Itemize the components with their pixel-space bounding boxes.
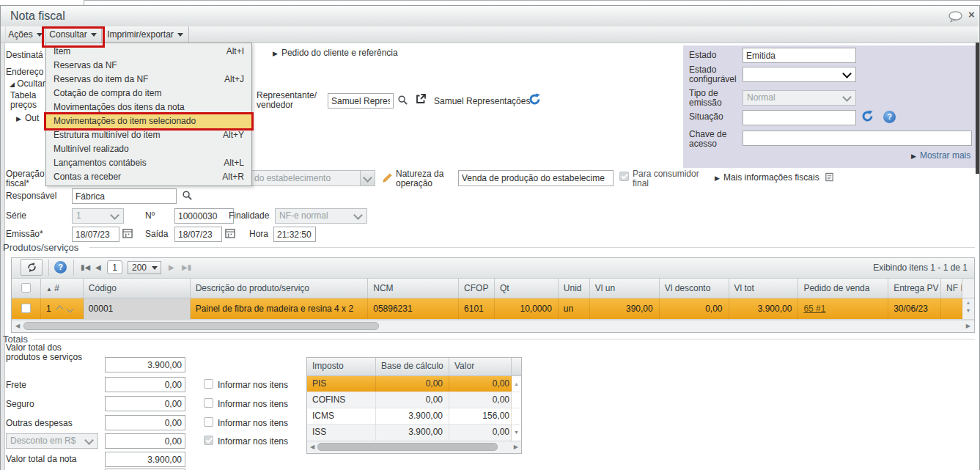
vscroll-up[interactable]: ▲ — [512, 376, 521, 392]
mostrar-mais-link[interactable]: ▶Mostrar mais — [911, 151, 970, 161]
move-down-icon[interactable] — [67, 306, 74, 313]
calendar-icon[interactable] — [225, 228, 235, 240]
hora-input[interactable] — [273, 227, 316, 242]
emissao-input[interactable] — [72, 227, 119, 242]
help-icon[interactable]: ? — [883, 111, 896, 123]
first-page-icon[interactable]: ▮◀ — [81, 263, 90, 271]
estado-configuravel-select[interactable] — [743, 67, 856, 82]
menu-item-cotacao-compra[interactable]: Cotação de compra do item — [46, 87, 251, 100]
col-num[interactable]: ▲ # — [41, 279, 84, 298]
outras-despesas-input[interactable] — [105, 415, 185, 430]
cell-unid[interactable]: un — [559, 298, 590, 319]
imposto-row-icms[interactable]: ICMS 3.900,00 156,00 — [307, 408, 521, 425]
cell-entrega-pv[interactable]: 30/06/23 — [888, 298, 941, 319]
col-unid[interactable]: Unid — [559, 279, 590, 298]
col-vl-desconto[interactable]: Vl desconto — [660, 279, 729, 298]
cell-codigo[interactable]: 00001 — [84, 298, 191, 319]
col-codigo[interactable]: Código — [84, 279, 191, 298]
row-checkbox[interactable] — [21, 304, 31, 313]
cell-cfop[interactable]: 6101 — [459, 298, 495, 319]
search-icon[interactable] — [182, 190, 193, 203]
col-descricao[interactable]: Descrição do produto/serviço — [191, 279, 369, 298]
menu-item-multinivel-realizado[interactable]: Multinível realizado — [46, 142, 251, 156]
page-number-box[interactable]: 1 — [107, 260, 122, 274]
cell-vl-un[interactable]: 390,00 — [590, 298, 660, 319]
select-all-checkbox[interactable] — [21, 283, 31, 293]
cell-ncm[interactable]: 05896231 — [368, 298, 459, 319]
col-ncm[interactable]: NCM — [368, 279, 459, 298]
outras-informar-checkbox[interactable] — [204, 417, 213, 427]
col-qt[interactable]: Qt — [495, 279, 559, 298]
cell-nf-refere[interactable] — [941, 298, 962, 319]
scroll-down-icon[interactable]: ▼ — [962, 307, 974, 315]
page-size-select[interactable]: 200 — [128, 261, 161, 274]
representante-input[interactable] — [328, 93, 394, 109]
imposto-nome: ISS — [307, 425, 376, 441]
ocultar-toggle[interactable]: ◢ Ocultar — [10, 79, 45, 89]
scroll-right-icon[interactable]: ▶ — [966, 323, 970, 329]
comment-bubble-icon[interactable] — [948, 10, 963, 25]
col-valor[interactable]: Valor — [449, 358, 512, 375]
natureza-operacao-input[interactable] — [458, 170, 614, 186]
prev-page-icon[interactable]: ◀ — [95, 263, 101, 271]
menu-item-movimentacoes-itens-nota[interactable]: Movimentações dos itens da nota — [46, 100, 251, 114]
col-vl-tot[interactable]: Vl tot — [729, 279, 799, 298]
last-page-icon[interactable]: ▶▮ — [182, 263, 191, 271]
situacao-input[interactable] — [743, 110, 856, 125]
menu-item-reservas-nf[interactable]: Reservas da NF — [46, 59, 251, 73]
cell-vl-tot[interactable]: 3.900,00 — [729, 298, 799, 319]
open-record-icon[interactable] — [415, 93, 427, 107]
scroll-up-icon[interactable]: ▲ — [962, 298, 974, 307]
col-cfop[interactable]: CFOP — [459, 279, 495, 298]
pedido-cliente-toggle[interactable]: ▶Pedido do cliente e referência — [273, 48, 398, 59]
next-page-icon[interactable]: ▶ — [169, 263, 174, 271]
menubar-imprimir-exportar-button[interactable]: Imprimir/exportar — [102, 26, 189, 43]
hscroll-thumb[interactable] — [23, 322, 379, 330]
imposto-row-pis[interactable]: PIS 0,00 0,00 ▲ — [307, 376, 521, 392]
vscroll-down[interactable]: ▼ — [512, 425, 521, 441]
col-base-calculo[interactable]: Base de cálculo — [376, 358, 449, 375]
imposto-row-cofins[interactable]: COFINS 0,00 0,00 — [307, 392, 521, 408]
col-nf-refere[interactable]: NF Refere — [941, 279, 962, 298]
close-icon[interactable]: × — [968, 8, 975, 21]
menu-item-reservas-item-nf[interactable]: Reservas do item da NFAlt+J — [46, 73, 251, 87]
imposto-row-iss[interactable]: ISS 3.900,00 0,00 ▼ — [307, 425, 521, 441]
col-entrega-pv[interactable]: Entrega PV — [888, 279, 941, 298]
cell-qt[interactable]: 10,0000 — [495, 298, 559, 319]
numero-input[interactable] — [174, 208, 234, 224]
cell-descricao[interactable]: Painel de fibra de madeira e resina 4 x … — [191, 298, 369, 319]
scroll-left-icon[interactable]: ◀ — [310, 444, 314, 450]
menu-item-contas-a-receber[interactable]: Contas a receberAlt+R — [46, 170, 251, 184]
scroll-left-icon[interactable]: ◀ — [15, 323, 20, 329]
cell-vl-desconto[interactable]: 0,00 — [660, 298, 729, 319]
product-row[interactable]: 1 00001 Painel de fibra de madeira e res… — [12, 298, 974, 320]
desconto-input[interactable] — [105, 433, 185, 449]
frete-informar-checkbox[interactable] — [204, 379, 213, 389]
menubar-acoes-button[interactable]: Ações — [5, 26, 45, 43]
menu-item-movimentacoes-item-selecionado[interactable]: Movimentações do item selecionado — [46, 114, 251, 128]
menu-item-estrutura-multinivel[interactable]: Estrutura multinível do itemAlt+Y — [46, 128, 251, 142]
move-up-icon[interactable] — [56, 306, 64, 313]
calendar-icon[interactable] — [122, 228, 133, 240]
chave-acesso-input[interactable] — [743, 131, 972, 146]
responsavel-input[interactable] — [72, 188, 177, 204]
col-imposto[interactable]: Imposto — [307, 358, 376, 375]
grid-refresh-button[interactable] — [21, 259, 43, 276]
help-icon[interactable]: ? — [54, 261, 67, 273]
col-vl-un[interactable]: Vl un — [590, 279, 660, 298]
hscroll-thumb[interactable] — [317, 443, 498, 451]
seguro-informar-checkbox[interactable] — [204, 398, 213, 408]
pedido-venda-link[interactable]: 65 #1 — [803, 304, 825, 314]
scroll-right-icon[interactable]: ▶ — [514, 444, 518, 450]
seguro-input[interactable] — [105, 396, 185, 411]
col-pedido-venda[interactable]: Pedido de venda — [798, 279, 888, 298]
mais-informacoes-fiscais-toggle[interactable]: ▶Mais informações fiscais — [715, 172, 834, 184]
frete-input[interactable] — [105, 377, 185, 392]
menu-item-lancamentos-contabeis[interactable]: Lançamentos contábeisAlt+L — [46, 156, 251, 170]
saida-input[interactable] — [174, 227, 222, 242]
search-icon[interactable] — [397, 95, 408, 108]
outros-toggle[interactable]: ▶Out — [16, 114, 39, 124]
refresh-icon[interactable] — [528, 93, 541, 108]
edit-pencil-icon[interactable] — [382, 172, 393, 186]
refresh-icon[interactable] — [861, 110, 874, 125]
